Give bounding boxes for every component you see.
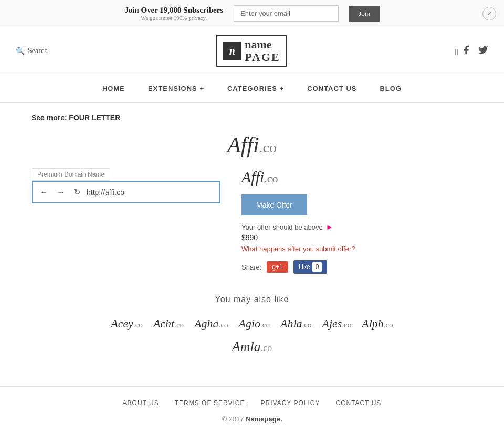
domain-item[interactable]: Ajes.co bbox=[322, 317, 351, 331]
also-like-section: You may also like Acey.coAcht.coAgha.coA… bbox=[32, 295, 472, 355]
also-like-heading: You may also like bbox=[32, 295, 472, 304]
domain-item-tld: .co bbox=[342, 321, 351, 329]
fb-count: 0 bbox=[312, 262, 322, 272]
offer-arrow-icon: ► bbox=[326, 223, 333, 231]
twitter-icon[interactable] bbox=[478, 45, 488, 58]
facebook-icon[interactable]:  bbox=[455, 45, 471, 58]
domain-grid: Acey.coAcht.coAgha.coAgio.coAhla.coAjes.… bbox=[32, 317, 472, 331]
browser-frame: ← → ↻ bbox=[32, 181, 220, 203]
offer-info-link[interactable]: What happens after you submit offer? bbox=[242, 245, 472, 253]
nav-item-categories--[interactable]: CATEGORIES + bbox=[216, 75, 296, 102]
footer-link-privacy-policy[interactable]: PRIVACY POLICY bbox=[261, 399, 320, 407]
domain-item-tld: .co bbox=[384, 321, 393, 329]
nav-item-blog[interactable]: BLOG bbox=[368, 75, 413, 102]
domain-info-title: Affi.co bbox=[242, 168, 472, 186]
social-icons:  bbox=[455, 45, 488, 58]
domain-name: Affi bbox=[227, 133, 259, 157]
breadcrumb-prefix: See more: bbox=[32, 114, 67, 122]
logo-page: PAGE bbox=[245, 51, 280, 64]
featured-domain[interactable]: Amla.co bbox=[32, 339, 472, 355]
domain-item[interactable]: Agio.co bbox=[239, 317, 270, 331]
main-content: See more: FOUR LETTER Affi.co Premium Do… bbox=[0, 103, 504, 365]
domain-item-name: Ajes bbox=[322, 317, 342, 330]
copyright-year: © 2017 bbox=[222, 415, 244, 423]
domain-item-name: Agha bbox=[194, 317, 218, 330]
join-button[interactable]: Join bbox=[349, 6, 380, 22]
fb-like-label: Like bbox=[299, 263, 310, 271]
logo-icon-letter: n bbox=[229, 45, 235, 57]
domain-info-name: Affi bbox=[242, 168, 264, 186]
search-label: Search bbox=[28, 47, 48, 55]
footer: ABOUT USTERMS OF SERVICEPRIVACY POLICYCO… bbox=[0, 386, 504, 436]
browser-forward-button[interactable]: → bbox=[55, 187, 67, 198]
header: 🔍 Search n name PAGE  bbox=[0, 27, 504, 75]
footer-link-contact-us[interactable]: CONTACT US bbox=[335, 399, 381, 407]
browser-url-input[interactable] bbox=[87, 188, 214, 197]
domain-item-name: Ahla bbox=[280, 317, 302, 330]
logo-icon: n bbox=[223, 42, 242, 60]
logo[interactable]: n name PAGE bbox=[216, 35, 286, 67]
offer-hint: Your offer should be above ► bbox=[242, 223, 472, 231]
featured-domain-tld: .co bbox=[261, 343, 272, 353]
domain-item[interactable]: Acey.co bbox=[111, 317, 143, 331]
footer-copyright: © 2017 Namepage. bbox=[10, 415, 494, 423]
search-icon: 🔍 bbox=[16, 47, 25, 56]
nav-item-home[interactable]: HOME bbox=[91, 75, 136, 102]
gplus-button[interactable]: g+1 bbox=[267, 261, 288, 273]
domain-info-tld: .co bbox=[264, 172, 278, 185]
footer-link-terms-of-service[interactable]: TERMS OF SERVICE bbox=[175, 399, 245, 407]
share-label: Share: bbox=[242, 263, 261, 271]
domain-item-tld: .co bbox=[260, 321, 270, 329]
browser-refresh-button[interactable]: ↻ bbox=[71, 186, 82, 198]
domain-item-name: Acht bbox=[153, 317, 174, 330]
featured-domain-link[interactable]: Amla.co bbox=[232, 339, 272, 354]
footer-link-about-us[interactable]: ABOUT US bbox=[123, 399, 159, 407]
nav-item-contact-us[interactable]: CONTACT US bbox=[296, 75, 368, 102]
close-button[interactable]: × bbox=[482, 7, 496, 20]
browser-preview: Premium Domain Name ← → ↻ bbox=[32, 168, 220, 203]
top-bar-subtext: We guarantee 100% privacy. bbox=[124, 15, 223, 21]
content-area: Premium Domain Name ← → ↻ Affi.co Make O… bbox=[32, 168, 472, 274]
footer-brand[interactable]: Namepage. bbox=[246, 415, 282, 423]
domain-item-tld: .co bbox=[133, 321, 143, 329]
top-bar: Join Over 19,000 Subscribers We guarante… bbox=[0, 0, 504, 27]
logo-text: name PAGE bbox=[245, 38, 280, 64]
email-input[interactable] bbox=[234, 5, 339, 22]
domain-item-tld: .co bbox=[174, 321, 184, 329]
domain-item-tld: .co bbox=[302, 321, 312, 329]
browser-back-button[interactable]: ← bbox=[38, 187, 50, 198]
featured-domain-name: Amla bbox=[232, 339, 261, 354]
logo-name: name bbox=[245, 38, 280, 51]
domain-item-name: Alph bbox=[362, 317, 384, 330]
offer-price: $990 bbox=[242, 233, 472, 242]
footer-links: ABOUT USTERMS OF SERVICEPRIVACY POLICYCO… bbox=[10, 399, 494, 407]
breadcrumb: See more: FOUR LETTER bbox=[32, 114, 472, 122]
domain-item[interactable]: Agha.co bbox=[194, 317, 228, 331]
search-area[interactable]: 🔍 Search bbox=[16, 47, 48, 56]
top-bar-text: Join Over 19,000 Subscribers We guarante… bbox=[124, 6, 223, 21]
domain-tld: .co bbox=[259, 139, 277, 156]
breadcrumb-value: FOUR LETTER bbox=[69, 114, 120, 122]
domain-item[interactable]: Alph.co bbox=[362, 317, 393, 331]
domain-info: Affi.co Make Offer Your offer should be … bbox=[242, 168, 472, 274]
domain-display: Affi.co bbox=[32, 132, 472, 158]
domain-item-name: Acey bbox=[111, 317, 133, 330]
domain-item[interactable]: Acht.co bbox=[153, 317, 184, 331]
make-offer-button[interactable]: Make Offer bbox=[242, 194, 307, 215]
domain-item[interactable]: Ahla.co bbox=[280, 317, 311, 331]
offer-hint-text: Your offer should be above bbox=[242, 223, 323, 231]
domain-title: Affi.co bbox=[227, 133, 277, 157]
nav-item-extensions--[interactable]: EXTENSIONS + bbox=[136, 75, 216, 102]
main-nav: HOMEEXTENSIONS +CATEGORIES +CONTACT USBL… bbox=[0, 75, 504, 103]
top-bar-headline: Join Over 19,000 Subscribers bbox=[124, 6, 223, 14]
facebook-like-button[interactable]: Like 0 bbox=[293, 260, 328, 274]
share-area: Share: g+1 Like 0 bbox=[242, 260, 472, 274]
browser-label: Premium Domain Name bbox=[32, 168, 110, 181]
domain-item-name: Agio bbox=[239, 317, 261, 330]
domain-item-tld: .co bbox=[219, 321, 228, 329]
